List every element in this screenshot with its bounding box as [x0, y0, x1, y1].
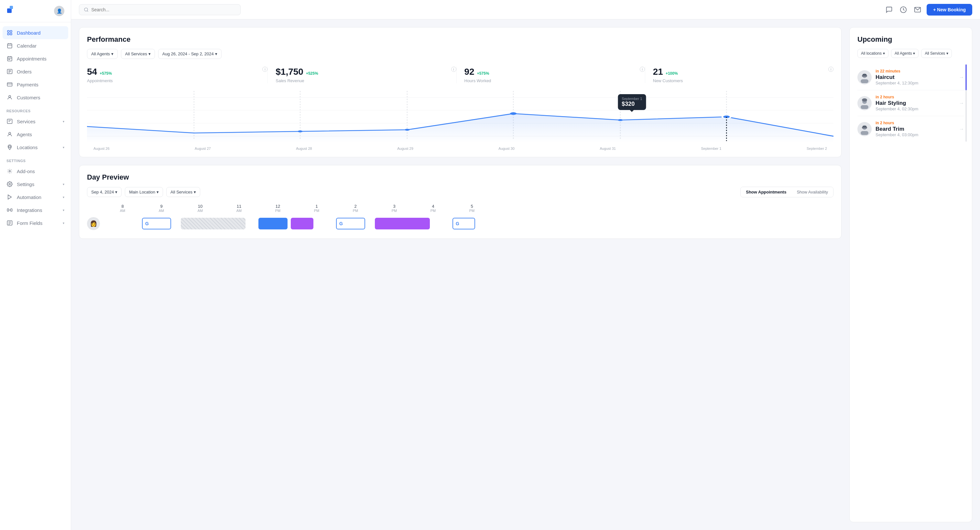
sidebar-item-formfields[interactable]: Form Fields ▾ [0, 216, 71, 229]
locations-filter[interactable]: All locations ▾ [858, 49, 888, 58]
date-filter[interactable]: Sep 4, 2024 ▾ [87, 187, 122, 197]
svg-point-56 [405, 129, 409, 131]
svg-point-28 [9, 170, 11, 172]
sidebar-item-label: Calendar [17, 43, 37, 49]
day-preview-filters: Sep 4, 2024 ▾ Main Location ▾ All Servic… [87, 187, 834, 197]
show-appointments-button[interactable]: Show Appointments [741, 187, 791, 197]
svg-rect-1 [10, 6, 13, 9]
svg-rect-71 [862, 127, 867, 129]
avatar[interactable]: 👤 [54, 6, 64, 16]
timeline-bar-google[interactable]: G [142, 218, 171, 229]
sidebar-item-label: Appointments [17, 56, 46, 62]
stat-badge: +575% [100, 71, 112, 76]
time-slot: 1PM [297, 204, 336, 213]
performance-chart: September 1 $320 [87, 91, 834, 149]
svg-rect-0 [7, 8, 12, 13]
chevron-down-icon: ▾ [883, 51, 885, 56]
stat-value: $1,750 [275, 67, 303, 77]
chevron-down-icon: ▾ [63, 146, 64, 149]
svg-point-54 [618, 119, 623, 121]
services-filter[interactable]: All Services ▾ [121, 49, 155, 59]
appointment-item[interactable]: in 2 hours Hair Styling September 4, 02:… [858, 90, 964, 116]
sidebar-item-agents[interactable]: Agents [0, 128, 71, 141]
location-filter[interactable]: Main Location ▾ [125, 187, 163, 197]
timeline-bar-google2[interactable]: G [336, 218, 365, 229]
appt-info: in 2 hours Beard Trim September 4, 03:00… [875, 121, 955, 137]
time-slot: 9AM [142, 204, 181, 213]
date-range-filter[interactable]: Aug 26, 2024 - Sep 2, 2024 ▾ [158, 49, 221, 59]
svg-rect-61 [861, 79, 869, 83]
timeline-bar-appt2[interactable] [291, 218, 313, 229]
agents-filter[interactable]: All Agents ▾ [87, 49, 118, 59]
svg-rect-66 [861, 105, 869, 109]
upcoming-card: Upcoming All locations ▾ All Agents ▾ Al… [850, 27, 972, 522]
timeline-header: 8AM 9AM 10AM 11AM 12PM 1PM 2PM 3PM 4PM 5… [87, 204, 834, 213]
performance-title: Performance [87, 35, 834, 44]
stat-label: Sales Revenue [275, 78, 448, 83]
sidebar-item-settings[interactable]: Settings ▾ [0, 178, 71, 191]
sidebar-header: 👤 [0, 0, 71, 22]
search-input[interactable] [91, 7, 236, 12]
upcoming-title: Upcoming [858, 35, 964, 44]
sidebar-item-orders[interactable]: Orders [0, 65, 71, 78]
services-filter-day[interactable]: All Services ▾ [166, 187, 200, 197]
sidebar-item-services[interactable]: Services ▾ [0, 115, 71, 128]
chart-label: August 28 [296, 146, 312, 150]
appt-time: in 22 minutes [875, 69, 955, 73]
sidebar-item-customers[interactable]: Customers [0, 91, 71, 104]
stat-label: New Customers [653, 78, 826, 83]
svg-rect-31 [8, 209, 9, 211]
sidebar: 👤 Dashboard Calendar Appointments Ord [0, 0, 71, 530]
appt-date: September 4, 03:00pm [875, 132, 955, 137]
svg-point-53 [510, 112, 517, 115]
info-icon[interactable]: i [640, 67, 645, 72]
appt-avatar [858, 96, 872, 110]
sidebar-item-appointments[interactable]: Appointments [0, 52, 71, 65]
sidebar-item-dashboard[interactable]: Dashboard [3, 26, 68, 39]
appointment-item[interactable]: in 22 minutes Haircut September 4, 12:30… [858, 64, 964, 90]
timeline-bar-appt3[interactable] [375, 218, 430, 229]
orders-icon [6, 68, 13, 75]
stat-value: 54 [87, 67, 97, 77]
timeline-row: 👩 G [87, 216, 834, 231]
sidebar-item-integrations[interactable]: Integrations ▾ [0, 204, 71, 216]
sidebar-item-addons[interactable]: Add-ons [0, 165, 71, 178]
arrow-icon: → [959, 75, 964, 80]
svg-rect-63 [862, 74, 867, 75]
stat-badge: +525% [306, 71, 318, 76]
appointment-item[interactable]: in 2 hours Beard Trim September 4, 03:00… [858, 116, 964, 142]
stat-label: Hours Worked [465, 78, 637, 83]
search-bar[interactable] [79, 4, 241, 15]
chevron-down-icon: ▾ [63, 196, 64, 199]
sidebar-item-calendar[interactable]: Calendar [0, 39, 71, 52]
time-slot: 2PM [336, 204, 375, 213]
agents-filter-upcoming[interactable]: All Agents ▾ [891, 49, 918, 58]
chart-label: August 27 [195, 146, 211, 150]
appt-name: Hair Styling [875, 100, 955, 107]
sidebar-item-payments[interactable]: Payments [0, 78, 71, 91]
mail-icon[interactable] [914, 6, 921, 14]
clock-icon[interactable] [899, 6, 907, 14]
chat-icon[interactable] [885, 6, 893, 14]
services-filter-upcoming[interactable]: All Services ▾ [921, 49, 952, 58]
info-icon[interactable]: i [451, 67, 457, 72]
stat-label: Appointments [87, 78, 260, 83]
chevron-down-icon: ▾ [215, 51, 217, 56]
svg-marker-30 [8, 195, 12, 199]
info-icon[interactable]: i [828, 67, 834, 72]
svg-point-67 [862, 99, 867, 102]
timeline-bar-google3[interactable]: G [452, 218, 475, 229]
performance-filters: All Agents ▾ All Services ▾ Aug 26, 2024… [87, 49, 834, 59]
sidebar-item-automation[interactable]: Automation ▾ [0, 191, 71, 204]
sidebar-item-locations[interactable]: Locations ▾ [0, 141, 71, 154]
chevron-down-icon: ▾ [913, 51, 915, 56]
timeline-bar-appt[interactable] [258, 218, 288, 229]
sidebar-item-label: Dashboard [17, 30, 40, 36]
arrow-icon: → [959, 126, 964, 132]
topbar-icons [885, 6, 921, 14]
new-booking-button[interactable]: + New Booking [927, 4, 972, 16]
stat-badge: +100% [666, 71, 678, 76]
show-availability-button[interactable]: Show Availability [791, 187, 833, 197]
info-icon[interactable]: i [262, 67, 267, 72]
chart-label: August 26 [94, 146, 110, 150]
